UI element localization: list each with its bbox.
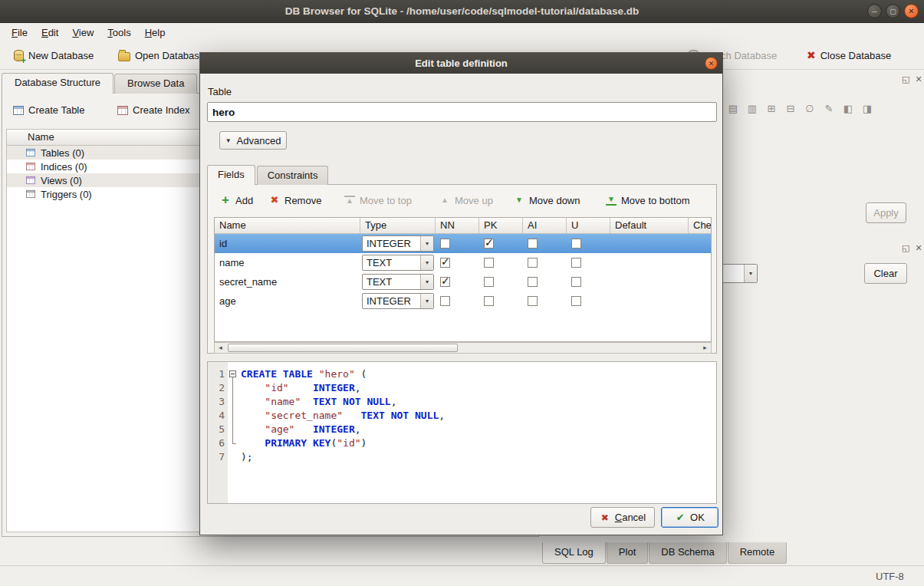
sql-line: "name" TEXT NOT NULL, (241, 395, 716, 409)
cell-editor-toolbar-icon-3[interactable]: ⊞ (764, 100, 779, 116)
cell-editor-toolbar-icon-4[interactable]: ⊟ (783, 100, 798, 116)
field-ai-cell (523, 234, 567, 253)
nn-checkbox[interactable] (440, 296, 450, 306)
dock-float-icon[interactable]: ◱ (902, 243, 909, 253)
scroll-right-icon[interactable]: ▸ (699, 343, 711, 353)
column-header-default[interactable]: Default (610, 218, 689, 233)
ai-checkbox[interactable] (528, 296, 538, 306)
line-number: 6 (208, 436, 225, 450)
scroll-left-icon[interactable]: ◂ (215, 343, 226, 353)
dock-float-icon[interactable]: ◱ (902, 74, 909, 84)
column-header-name[interactable]: Name (215, 218, 360, 233)
column-header-nn[interactable]: NN (436, 218, 479, 233)
pk-checkbox[interactable] (484, 277, 494, 287)
u-checkbox[interactable] (571, 277, 581, 287)
move-to-top-field-button[interactable]: Move to top (344, 191, 412, 209)
field-u-cell (567, 234, 610, 253)
fold-collapse-icon[interactable] (229, 370, 236, 377)
column-header-ai[interactable]: AI (523, 218, 567, 233)
move-down-field-button[interactable]: Move down (514, 191, 580, 209)
remove-field-button[interactable]: Remove (269, 191, 321, 209)
advanced-toggle-button[interactable]: ▼ Advanced (219, 131, 287, 150)
open-database-button[interactable]: Open Database (113, 45, 209, 65)
pk-checkbox[interactable] (484, 296, 494, 306)
u-checkbox[interactable] (571, 296, 581, 306)
clear-button[interactable]: Clear (864, 263, 907, 284)
horizontal-scrollbar[interactable]: ◂ ▸ (214, 342, 712, 354)
close-database-button[interactable]: Close Database (802, 45, 896, 65)
maximize-icon[interactable]: ▢ (886, 4, 900, 18)
dialog-close-icon[interactable]: ✕ (705, 57, 718, 70)
ok-button[interactable]: OK (661, 507, 718, 528)
type-combobox[interactable]: INTEGER▾ (362, 293, 434, 309)
move-up-field-button[interactable]: Move up (439, 191, 493, 209)
menu-view[interactable]: View (65, 25, 100, 41)
ok-label: OK (690, 512, 705, 523)
ai-checkbox[interactable] (528, 239, 538, 249)
create-table-button[interactable]: Create Table (7, 100, 90, 120)
column-header-pk[interactable]: PK (479, 218, 523, 233)
sql-code[interactable]: CREATE TABLE "hero" ( "id" INTEGER, "nam… (238, 362, 716, 503)
tab-sql-log[interactable]: SQL Log (542, 542, 606, 564)
tab-plot[interactable]: Plot (607, 542, 648, 564)
tab-browse-data[interactable]: Browse Data (114, 74, 197, 94)
tab-remote[interactable]: Remote (728, 542, 788, 564)
field-row-secret-name[interactable]: secret_nameTEXT▾ (215, 272, 711, 291)
nn-checkbox[interactable] (440, 239, 450, 249)
table-name-input[interactable] (207, 102, 717, 122)
ai-checkbox[interactable] (528, 258, 538, 268)
advanced-label: Advanced (237, 135, 281, 146)
cell-editor-toolbar-icon-6[interactable]: ✎ (821, 100, 837, 116)
apply-button[interactable]: Apply (866, 202, 906, 223)
column-header-check[interactable]: Check (689, 218, 712, 233)
field-row-id[interactable]: idINTEGER▾ (215, 234, 711, 253)
menu-edit[interactable]: Edit (35, 25, 65, 41)
cell-editor-toolbar-icon-8[interactable]: ◨ (860, 100, 875, 116)
move-up-label: Move up (455, 195, 493, 206)
line-number: 5 (208, 423, 225, 436)
move-to-bottom-field-button[interactable]: Move to bottom (606, 191, 690, 209)
tab-db-schema[interactable]: DB Schema (649, 542, 726, 564)
field-type-cell: INTEGER▾ (360, 291, 436, 311)
arr-down-icon (514, 196, 524, 206)
type-combobox[interactable]: TEXT▾ (362, 255, 434, 271)
dock-buttons-top: ◱ ✕ (902, 74, 922, 84)
ai-checkbox[interactable] (528, 277, 538, 287)
pk-checkbox[interactable] (484, 239, 494, 249)
dock-close-icon[interactable]: ✕ (915, 243, 922, 253)
field-row-age[interactable]: ageINTEGER▾ (215, 291, 711, 311)
close-icon[interactable]: ✕ (904, 4, 919, 18)
scrollbar-thumb[interactable] (228, 344, 458, 352)
minimize-icon[interactable]: ─ (867, 4, 882, 18)
type-combobox[interactable]: INTEGER▾ (362, 235, 434, 252)
dialog-tab-constraints[interactable]: Constraints (257, 166, 329, 185)
menu-help[interactable]: Help (138, 25, 173, 41)
column-header-u[interactable]: U (567, 218, 610, 233)
chevron-down-icon: ▾ (420, 255, 433, 270)
cell-editor-toolbar-icon-5[interactable]: ∅ (802, 100, 817, 116)
cell-editor-toolbar-icon-2[interactable]: ▥ (745, 100, 760, 116)
dialog-tab-fields[interactable]: Fields (207, 165, 255, 185)
nn-checkbox[interactable] (440, 277, 450, 287)
new-database-button[interactable]: New Database (9, 45, 98, 65)
dock-close-icon[interactable]: ✕ (915, 74, 922, 84)
field-row-name[interactable]: nameTEXT▾ (215, 253, 711, 272)
menu-tools[interactable]: Tools (100, 25, 137, 41)
cell-editor-toolbar-icon-7[interactable]: ◧ (840, 100, 856, 116)
add-field-button[interactable]: Add (220, 191, 253, 209)
sql-line: "secret_name" TEXT NOT NULL, (241, 409, 716, 423)
type-combobox[interactable]: TEXT▾ (362, 274, 434, 290)
pk-checkbox[interactable] (484, 258, 494, 268)
cell-editor-toolbar-icon-1[interactable]: ▤ (725, 100, 741, 116)
u-checkbox[interactable] (571, 239, 581, 249)
tab-database-structure[interactable]: Database Structure (2, 73, 113, 94)
create-index-button[interactable]: Create Index (111, 100, 196, 120)
column-header-type[interactable]: Type (360, 218, 436, 233)
u-checkbox[interactable] (571, 258, 581, 268)
nn-checkbox[interactable] (440, 258, 450, 268)
field-check-cell (689, 253, 711, 272)
field-ai-cell (523, 253, 567, 272)
tree-item-label: Indices (0) (41, 161, 87, 173)
cancel-button[interactable]: Cancel (590, 507, 655, 528)
menu-file[interactable]: File (5, 25, 35, 41)
